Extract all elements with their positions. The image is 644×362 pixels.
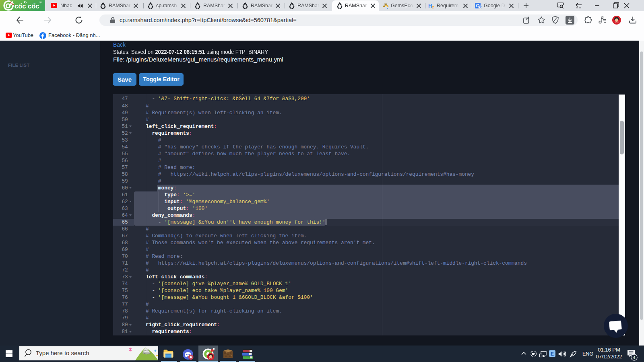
svg-text:文: 文	[479, 6, 482, 8]
svg-text:cốc cốc: cốc cốc	[14, 2, 39, 10]
svg-text:E: E	[551, 351, 554, 357]
svg-text:4: 4	[633, 355, 636, 360]
svg-text:c: c	[432, 4, 434, 9]
